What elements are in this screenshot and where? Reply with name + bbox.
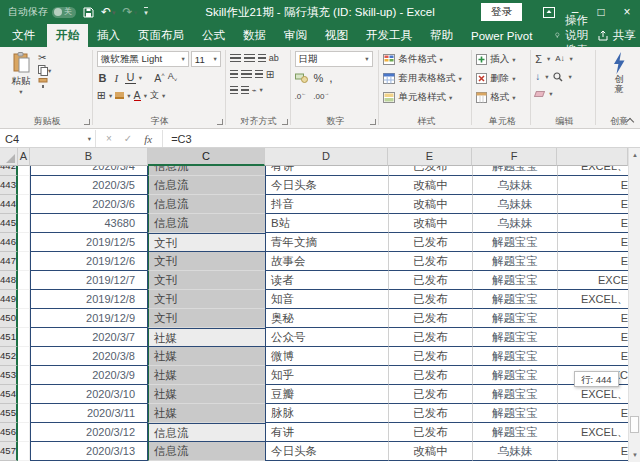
redo-button[interactable]: ↷▾ — [123, 6, 138, 18]
tab-审阅[interactable]: 审阅 — [275, 24, 316, 47]
cell-E456[interactable]: 已发布 — [388, 423, 472, 442]
align-top-icon[interactable] — [230, 54, 241, 62]
font-size-dropdown-icon[interactable]: ▾ — [214, 55, 217, 63]
fill-color-icon[interactable] — [115, 92, 124, 99]
cell-G443[interactable]: E — [557, 176, 628, 195]
autosum-dropdown-icon[interactable]: ▾ — [547, 55, 550, 63]
cell-E455[interactable]: 已发布 — [388, 404, 472, 423]
comma-style-button[interactable]: , — [329, 71, 332, 85]
font-color-dropdown-icon[interactable]: ▾ — [144, 92, 147, 100]
increase-indent-icon[interactable] — [241, 86, 249, 94]
cell-D450[interactable]: 奥秘 — [265, 309, 388, 328]
row-header-443[interactable]: 443 — [0, 176, 18, 195]
tab-开始[interactable]: 开始 — [47, 24, 88, 47]
tell-me-search[interactable]: 操作说明搜索 — [555, 24, 597, 47]
cell-A446[interactable] — [18, 233, 30, 252]
percent-style-button[interactable]: % — [314, 72, 324, 84]
find-dropdown-icon[interactable]: ▾ — [568, 73, 571, 81]
cell-D453[interactable]: 知乎 — [265, 366, 388, 385]
clear-button[interactable] — [534, 91, 545, 97]
name-box[interactable]: C4 ▾ — [0, 130, 96, 147]
save-button[interactable] — [83, 7, 94, 18]
format-as-table-button[interactable]: 套用表格格式 ▾ — [383, 69, 469, 88]
undo-dropdown-icon[interactable]: ▾ — [112, 9, 116, 16]
align-middle-icon[interactable] — [244, 54, 255, 62]
tab-插入[interactable]: 插入 — [88, 24, 129, 47]
phonetic-dropdown-icon[interactable]: ▾ — [162, 92, 165, 100]
increase-decimal-button[interactable]: .0← — [295, 90, 307, 101]
orientation-button[interactable]: ⌁ — [252, 86, 257, 95]
cell-F446[interactable]: 解题宝宝 — [472, 233, 557, 252]
cell-A452[interactable] — [18, 347, 30, 366]
cell-E451[interactable]: 已发布 — [388, 328, 472, 347]
conditional-formatting-button[interactable]: 条件格式 ▾ — [383, 50, 469, 69]
cell-G450[interactable]: E — [557, 309, 628, 328]
cut-button[interactable]: ✂ — [38, 52, 51, 63]
borders-button[interactable]: ⊞ — [97, 89, 106, 102]
font-name-select[interactable]: 微软雅黑 Light▾ — [97, 51, 189, 67]
tab-帮助[interactable]: 帮助 — [421, 24, 462, 47]
cell-E453[interactable]: 已发布 — [388, 366, 472, 385]
row-header-457[interactable]: 457 — [0, 442, 18, 461]
delete-cells-button[interactable]: 删除 ▾ — [476, 69, 528, 88]
row-header-452[interactable]: 452 — [0, 347, 18, 366]
cell-A453[interactable] — [18, 366, 30, 385]
scroll-down-icon[interactable]: ▼ — [629, 449, 640, 461]
grow-font-button[interactable]: A˄ — [154, 72, 165, 83]
row-header-456[interactable]: 456 — [0, 423, 18, 442]
sign-in-button[interactable]: 登录 — [481, 3, 522, 21]
cell-E445[interactable]: 改稿中 — [388, 214, 472, 233]
cell-D448[interactable]: 读者 — [265, 271, 388, 290]
cell-B455[interactable]: 2020/3/11 — [30, 404, 148, 423]
underline-button[interactable]: U — [125, 71, 136, 84]
cell-B447[interactable]: 2019/12/6 — [30, 252, 148, 271]
cell-A454[interactable] — [18, 385, 30, 404]
cell-F445[interactable]: 乌妹妹 — [472, 214, 557, 233]
customize-qat-button[interactable]: ▾ — [144, 7, 148, 17]
cell-F444[interactable]: 乌妹妹 — [472, 195, 557, 214]
row-header-442[interactable]: 442 — [0, 166, 18, 176]
cell-D443[interactable]: 今日头条 — [265, 176, 388, 195]
align-bottom-icon[interactable] — [258, 54, 266, 62]
tab-file[interactable]: 文件 — [0, 24, 47, 47]
cell-A455[interactable] — [18, 404, 30, 423]
cell-G452[interactable]: E — [557, 347, 628, 366]
row-header-450[interactable]: 450 — [0, 309, 18, 328]
cell-C454[interactable]: 社媒 — [148, 385, 265, 404]
cell-A457[interactable] — [18, 442, 30, 461]
cell-C457[interactable]: 信息流 — [148, 442, 265, 461]
scroll-up-icon[interactable]: ▲ — [629, 149, 640, 161]
cell-D455[interactable]: 脉脉 — [265, 404, 388, 423]
row-header-455[interactable]: 455 — [0, 404, 18, 423]
cell-E442[interactable]: 已发布 — [388, 166, 472, 176]
cancel-entry-icon[interactable]: × — [106, 133, 112, 144]
undo-button[interactable]: ↶▾ — [101, 6, 116, 18]
scrollbar-thumb[interactable] — [630, 416, 639, 433]
column-header-A[interactable]: A — [18, 148, 30, 166]
column-header-E[interactable]: E — [388, 148, 472, 166]
cell-C447[interactable]: 文刊 — [148, 252, 265, 271]
cell-C450[interactable]: 文刊 — [148, 309, 265, 328]
cell-B457[interactable]: 2020/3/13 — [30, 442, 148, 461]
alignment-dialog-launcher[interactable] — [282, 119, 288, 125]
tab-Power Pivot[interactable]: Power Pivot — [462, 24, 541, 47]
cell-B449[interactable]: 2019/12/8 — [30, 290, 148, 309]
column-header-G[interactable] — [557, 148, 628, 166]
cell-C442[interactable]: 信息流 — [148, 166, 265, 176]
cell-D451[interactable]: 公众号 — [265, 328, 388, 347]
wrap-text-button[interactable]: ab — [269, 53, 279, 63]
number-format-select[interactable]: 日期▾ — [295, 51, 373, 67]
cell-F450[interactable]: 解题宝宝 — [472, 309, 557, 328]
cell-F454[interactable]: 解题宝宝 — [472, 385, 557, 404]
insert-function-icon[interactable]: fx — [144, 133, 152, 145]
cell-C443[interactable]: 信息流 — [148, 176, 265, 195]
format-painter-button[interactable] — [38, 78, 51, 88]
copy-button[interactable]: ▾ — [38, 65, 51, 76]
cell-C444[interactable]: 信息流 — [148, 195, 265, 214]
paste-dropdown-icon[interactable]: ▾ — [19, 88, 22, 96]
cell-D457[interactable]: 今日头条 — [265, 442, 388, 461]
cell-G454[interactable]: EXCEL、 — [557, 385, 628, 404]
cell-C448[interactable]: 文刊 — [148, 271, 265, 290]
tab-开发工具[interactable]: 开发工具 — [357, 24, 421, 47]
cell-E447[interactable]: 已发布 — [388, 252, 472, 271]
